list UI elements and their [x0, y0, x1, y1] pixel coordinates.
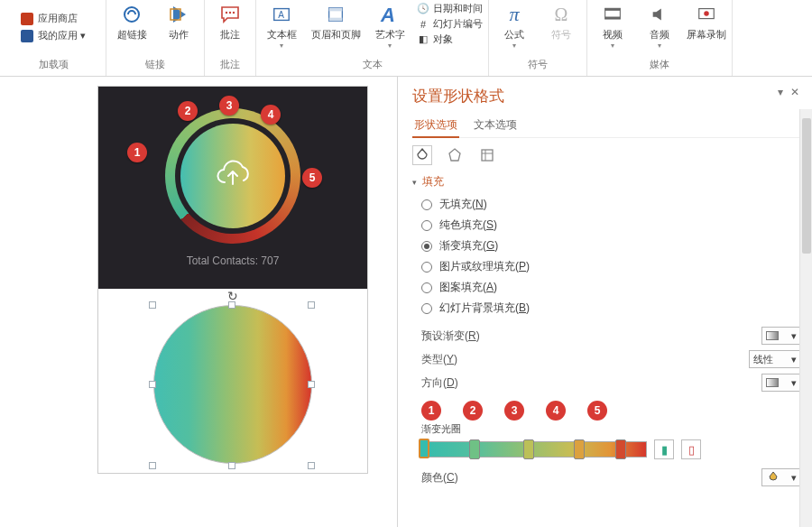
slidenum-icon: # [417, 18, 429, 31]
svg-point-16 [704, 11, 709, 15]
comment-button[interactable]: 批注 [210, 2, 250, 41]
slidenum-button[interactable]: # 幻灯片编号 [417, 17, 483, 31]
symbol-button[interactable]: Ω 符号 [541, 2, 581, 41]
svg-text:A: A [380, 4, 395, 25]
audio-button[interactable]: 音频 ▾ [640, 2, 679, 50]
svg-rect-18 [482, 150, 493, 161]
tab-shape-options[interactable]: 形状选项 [412, 114, 459, 138]
stop-pill-2: 2 [463, 401, 483, 421]
group-text: A 文本框 ▾ 页眉和页脚 A 艺术字 ▾ 🕓 [256, 0, 489, 76]
radio-gradient-fill[interactable]: 渐变填充(G) [421, 238, 801, 254]
gradient-stop-3[interactable] [523, 439, 534, 459]
headerfooter-icon [323, 2, 348, 27]
stop-pill-3: 3 [504, 401, 524, 421]
svg-rect-10 [329, 18, 343, 22]
object-icon: ◧ [417, 33, 429, 46]
recording-button[interactable]: 屏幕录制 [687, 2, 726, 41]
resize-handle[interactable] [149, 381, 156, 388]
size-properties-icon[interactable] [477, 145, 497, 165]
svg-text:A: A [278, 10, 284, 20]
resize-handle[interactable] [149, 462, 156, 469]
equation-button[interactable]: π 公式 ▾ [494, 2, 534, 50]
action-icon [166, 2, 191, 27]
headerfooter-button[interactable]: 页眉和页脚 [309, 2, 363, 41]
store-icon [21, 13, 33, 25]
resize-handle[interactable] [308, 462, 315, 469]
group-label-text: 文本 [363, 58, 383, 71]
scrollbar-thumb[interactable] [802, 118, 811, 254]
wordart-icon: A [377, 2, 402, 27]
group-media: 视频 ▾ 音频 ▾ 屏幕录制 媒体 [587, 0, 733, 76]
my-apps-label: 我的应用 ▾ [38, 29, 86, 42]
wordart-button[interactable]: A 艺术字 ▾ [370, 2, 410, 50]
resize-handle[interactable] [228, 462, 235, 469]
fill-section-header[interactable]: ▾ 填充 [412, 174, 801, 190]
gradient-stop-5[interactable] [615, 439, 626, 459]
fill-line-icon[interactable] [412, 145, 432, 165]
gradient-stop-slider-row: ▮ ▯ [421, 439, 801, 459]
stop-pill-4: 4 [546, 401, 566, 421]
text-extra-list: 🕓 日期和时间 # 幻灯片编号 ◧ 对象 [417, 2, 483, 46]
preset-gradient-field: 预设渐变(R) ▾ [421, 327, 801, 345]
example-dark-panel: Total Contacts: 707 1 2 3 4 5 [98, 87, 367, 289]
symbol-icon: Ω [549, 2, 574, 27]
datetime-button[interactable]: 🕓 日期和时间 [417, 2, 483, 15]
video-button[interactable]: 视频 ▾ [593, 2, 632, 50]
group-label-comments: 批注 [220, 58, 240, 71]
effects-icon[interactable] [445, 145, 465, 165]
resize-handle[interactable] [228, 301, 235, 309]
cloud-upload-icon [211, 153, 254, 199]
svg-point-5 [233, 12, 235, 14]
pane-close-icon[interactable]: ✕ [790, 86, 799, 98]
selection-frame[interactable]: ↻ [147, 292, 318, 473]
category-icons [412, 145, 801, 165]
remove-stop-button[interactable]: ▯ [681, 439, 701, 459]
group-label-media: 媒体 [650, 58, 669, 71]
slide-canvas[interactable]: Total Contacts: 707 1 2 3 4 5 ↻ [97, 86, 368, 474]
radio-picture-fill[interactable]: 图片或纹理填充(P) [421, 259, 801, 274]
total-contacts: Total Contacts: 707 [187, 254, 280, 267]
gradient-stop-slider[interactable] [421, 441, 647, 458]
gradient-circle-shape[interactable] [153, 305, 312, 464]
radio-no-fill[interactable]: 无填充(N) [421, 197, 801, 212]
equation-icon: π [502, 2, 527, 27]
pane-scrollbar[interactable] [799, 109, 812, 527]
pane-menu-icon[interactable]: ▾ [778, 86, 783, 98]
radio-slidebg-fill[interactable]: 幻灯片背景填充(B) [421, 300, 801, 316]
resize-handle[interactable] [308, 381, 315, 388]
textbox-button[interactable]: A 文本框 ▾ [262, 2, 301, 50]
preset-gradient-dropdown[interactable]: ▾ [761, 327, 801, 345]
direction-dropdown[interactable]: ▾ [761, 374, 801, 392]
svg-rect-9 [329, 8, 343, 12]
svg-marker-17 [449, 149, 460, 161]
group-comments: 批注 批注 [205, 0, 256, 76]
group-label-links: 链接 [145, 58, 165, 71]
radio-pattern-fill[interactable]: 图案填充(A) [421, 280, 801, 295]
gradient-ring [165, 108, 300, 244]
object-button[interactable]: ◧ 对象 [417, 32, 483, 46]
main: Total Contacts: 707 1 2 3 4 5 ↻ [0, 77, 812, 527]
tab-text-options[interactable]: 文本选项 [472, 114, 519, 137]
my-apps-button[interactable]: 我的应用 ▾ [21, 29, 86, 42]
color-dropdown[interactable]: ▾ [761, 468, 801, 486]
resize-handle[interactable] [149, 301, 156, 309]
store-label: 应用商店 [38, 12, 78, 25]
svg-point-3 [229, 12, 231, 14]
gradient-stop-4[interactable] [574, 439, 585, 459]
hyperlink-button[interactable]: 超链接 [112, 2, 152, 41]
resize-handle[interactable] [308, 301, 315, 309]
add-stop-button[interactable]: ▮ [654, 439, 674, 459]
type-dropdown[interactable]: 线性▾ [749, 350, 801, 368]
radio-solid-fill[interactable]: 纯色填充(S) [421, 217, 801, 233]
canvas-badge-2: 2 [178, 101, 198, 121]
svg-rect-14 [605, 17, 621, 20]
canvas-badge-5: 5 [302, 168, 322, 188]
gradient-stops-label: 渐变光圈 [421, 422, 801, 436]
gradient-stop-2[interactable] [469, 439, 480, 459]
action-button[interactable]: 动作 [159, 2, 198, 41]
canvas-badge-1: 1 [127, 143, 147, 162]
store-button[interactable]: 应用商店 [21, 12, 86, 25]
group-label-symbols: 符号 [528, 58, 548, 71]
svg-rect-13 [605, 8, 621, 11]
gradient-stop-1[interactable] [419, 439, 429, 458]
